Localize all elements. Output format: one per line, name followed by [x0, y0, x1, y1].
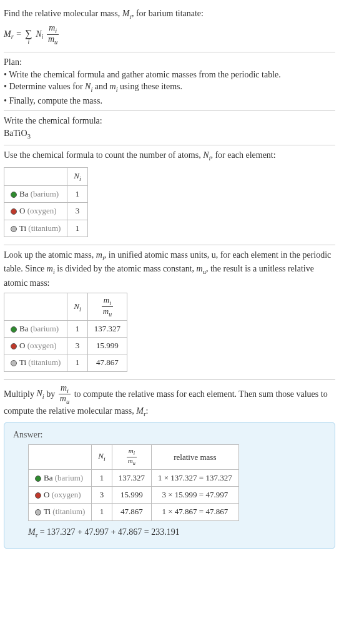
section-formula: Write the chemical formula: BaTiO3: [4, 111, 335, 145]
table-row: Ba (barium) 1 137.327 1 × 137.327 = 137.…: [29, 470, 239, 487]
element-dot-icon: [35, 509, 41, 515]
cell-n: 1: [67, 220, 87, 237]
cell-m: 137.327: [87, 320, 127, 337]
element-name: (barium): [55, 473, 83, 482]
mass-table: Ni mimu Ba (barium) 1 137.327 O (oxygen)…: [4, 293, 127, 371]
answer-table: Ni mimu relative mass Ba (barium) 1 137.…: [28, 444, 239, 520]
compute-heading: Multiply Ni by mimu to compute the relat…: [4, 384, 335, 419]
intro-line: Find the relative molecular mass, Mr, fo…: [4, 7, 335, 21]
formula-heading: Write the chemical formula:: [4, 115, 335, 127]
element-symbol: Ba: [19, 324, 28, 333]
count-table: Ni Ba (barium) 1 O (oxygen) 3 Ti (titani…: [4, 167, 88, 237]
cell-n: 3: [67, 338, 87, 354]
element-dot-icon: [11, 360, 17, 366]
element-dot-icon: [11, 326, 17, 333]
count-heading: Use the chemical formula to count the nu…: [4, 149, 335, 163]
element-symbol: Ti: [44, 507, 51, 516]
element-symbol: Ba: [19, 189, 28, 198]
cell-calc: 1 × 137.327 = 137.327: [152, 470, 239, 487]
table-row: Ba (barium) 1 137.327: [4, 320, 127, 337]
plan-item: • Determine values for Ni and mi using t…: [4, 80, 335, 94]
plan-heading: Plan:: [4, 56, 335, 69]
formula-sub: 3: [27, 133, 31, 140]
table-row: Ti (titanium) 1 47.867: [4, 354, 127, 371]
element-name: (oxygen): [27, 206, 57, 215]
table-header-row: Ni: [4, 167, 88, 185]
element-symbol: Ba: [44, 473, 52, 482]
answer-box: Answer: Ni mimu relative mass Ba (barium…: [4, 422, 335, 549]
plan-item: • Write the chemical formula and gather …: [4, 69, 335, 81]
cell-n: 1: [92, 470, 112, 487]
header-mi-over-mu: mimu: [112, 445, 151, 470]
element-dot-icon: [35, 476, 41, 482]
table-row: O (oxygen) 3 15.999 3 × 15.999 = 47.997: [29, 487, 239, 504]
header-ni: Ni: [92, 445, 112, 470]
mass-heading: Look up the atomic mass, mi, in unified …: [4, 249, 335, 290]
element-dot-icon: [11, 343, 17, 349]
element-symbol: Ti: [19, 223, 26, 233]
cell-m: 15.999: [87, 338, 127, 354]
header-ni: Ni: [67, 293, 87, 321]
element-name: (titanium): [28, 223, 61, 233]
section-plan: Plan: • Write the chemical formula and g…: [4, 52, 335, 111]
plan-item: • Finally, compute the mass.: [4, 95, 335, 107]
table-row: Ba (barium) 1: [4, 186, 88, 203]
element-symbol: O: [44, 490, 49, 499]
element-dot-icon: [11, 208, 17, 215]
table-header-row: Ni mimu relative mass: [29, 445, 239, 470]
formula-text: BaTiO: [4, 129, 27, 138]
cell-m: 137.327: [112, 470, 151, 487]
header-ni: Ni: [67, 167, 87, 185]
cell-n: 1: [92, 504, 112, 520]
table-row: Ti (titanium) 1 47.867 1 × 47.867 = 47.8…: [29, 504, 239, 520]
cell-m: 15.999: [112, 487, 151, 504]
cell-n: 1: [67, 186, 87, 203]
cell-n: 1: [67, 354, 87, 371]
cell-calc: 1 × 47.867 = 47.867: [152, 504, 239, 520]
element-symbol: O: [19, 206, 25, 215]
table-header-row: Ni mimu: [4, 293, 127, 321]
intro-formula: Mr = ∑i Ni mimu: [4, 21, 335, 48]
element-name: (oxygen): [52, 490, 81, 499]
header-mi-over-mu: mimu: [87, 293, 127, 321]
table-row: Ti (titanium) 1: [4, 220, 88, 237]
section-intro: Find the relative molecular mass, Mr, fo…: [4, 4, 335, 52]
element-name: (barium): [31, 324, 59, 333]
cell-m: 47.867: [87, 354, 127, 371]
table-row: O (oxygen) 3 15.999: [4, 338, 127, 354]
chemical-formula: BaTiO3: [4, 127, 335, 141]
element-dot-icon: [11, 226, 17, 232]
answer-label: Answer:: [13, 429, 326, 441]
cell-n: 3: [67, 203, 87, 220]
cell-calc: 3 × 15.999 = 47.997: [152, 487, 239, 504]
header-relmass: relative mass: [152, 445, 239, 470]
cell-n: 1: [67, 320, 87, 337]
element-dot-icon: [35, 492, 41, 499]
element-name: (titanium): [52, 507, 85, 516]
element-symbol: Ti: [19, 358, 26, 367]
section-atomic-mass: Look up the atomic mass, mi, in unified …: [4, 245, 335, 380]
section-count: Use the chemical formula to count the nu…: [4, 145, 335, 245]
element-name: (barium): [31, 189, 59, 198]
cell-m: 47.867: [112, 504, 151, 520]
section-compute: Multiply Ni by mimu to compute the relat…: [4, 380, 335, 552]
element-dot-icon: [11, 192, 17, 198]
table-row: O (oxygen) 3: [4, 203, 88, 220]
answer-inner: Ni mimu relative mass Ba (barium) 1 137.…: [13, 444, 326, 540]
cell-n: 3: [92, 487, 112, 504]
element-name: (titanium): [28, 358, 61, 367]
final-result: Mr = 137.327 + 47.997 + 47.867 = 233.191: [28, 526, 326, 540]
element-symbol: O: [19, 341, 25, 350]
element-name: (oxygen): [27, 341, 57, 350]
